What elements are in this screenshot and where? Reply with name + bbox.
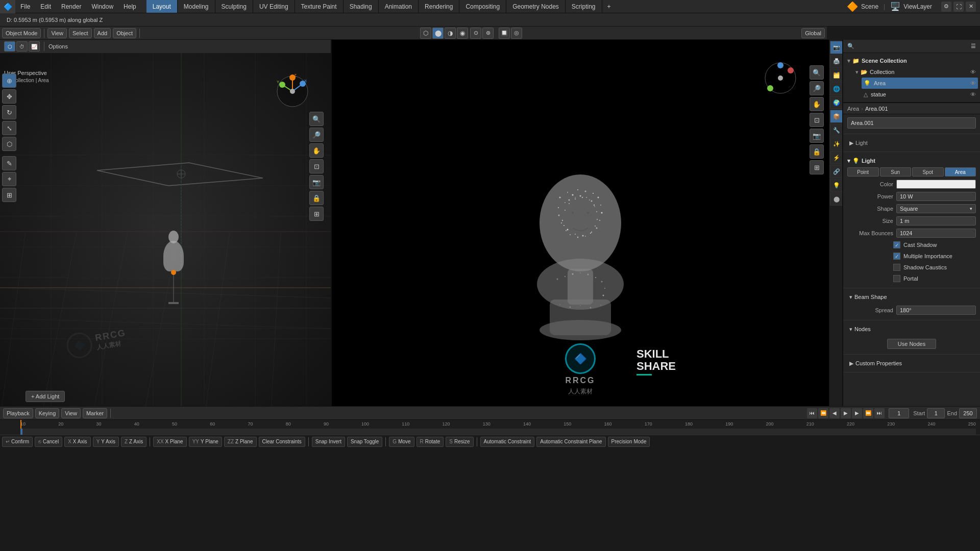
proportional-btn[interactable]: ◎: [511, 28, 522, 39]
play-btn[interactable]: ▶: [841, 408, 851, 418]
tab-compositing[interactable]: Compositing: [459, 0, 506, 13]
prop-tab-material[interactable]: ⬤: [830, 192, 843, 206]
prop-tab-active-render[interactable]: 📷: [830, 41, 843, 54]
rotate-btn[interactable]: R Rotate: [416, 437, 444, 447]
snap-invert-btn[interactable]: Snap Invert: [312, 437, 345, 447]
wireframe-btn[interactable]: ⬡: [420, 28, 431, 39]
area-light-row[interactable]: 💡 Area 👁: [862, 78, 978, 89]
next-frame-btn[interactable]: ▶: [852, 408, 862, 418]
tab-animation[interactable]: Animation: [379, 0, 419, 13]
light-section-header[interactable]: ▾ 💡 Light: [847, 155, 976, 166]
material-btn[interactable]: ◑: [445, 28, 456, 39]
playback-menu[interactable]: Playback: [3, 408, 33, 418]
transform-orientation[interactable]: Global: [801, 28, 825, 38]
frame-btn[interactable]: ⊡: [309, 159, 324, 173]
right-nav-zoom-in[interactable]: 🔍: [810, 65, 824, 80]
mode-selector[interactable]: Object Mode: [2, 28, 41, 38]
overlay-btn[interactable]: ⊙: [470, 28, 481, 39]
spread-value[interactable]: 180°: [896, 306, 976, 315]
editor-settings-btn[interactable]: ⚙: [941, 2, 951, 12]
right-nav-frame[interactable]: ⊡: [810, 113, 824, 127]
portal-checkbox[interactable]: [893, 275, 900, 282]
light-type-spot[interactable]: Spot: [912, 167, 944, 177]
menu-help[interactable]: Help: [118, 0, 141, 13]
light-type-point[interactable]: Point: [847, 167, 879, 177]
y-plane-btn[interactable]: YY Y Plane: [189, 437, 222, 447]
light-type-area[interactable]: Area: [945, 167, 976, 177]
resize-btn[interactable]: S Resize: [446, 437, 473, 447]
timeline-btn[interactable]: ⏱: [16, 41, 28, 52]
object-name-field[interactable]: Area.001: [847, 117, 976, 129]
menu-file[interactable]: File: [15, 0, 35, 13]
breadcrumb-data[interactable]: Area: [847, 106, 859, 112]
tab-uv-editing[interactable]: UV Editing: [253, 0, 295, 13]
render-btn[interactable]: ◉: [457, 28, 468, 39]
preview-toggle[interactable]: ▶ Light: [847, 137, 976, 148]
start-frame-input[interactable]: 1: [927, 408, 945, 418]
prop-tab-particles[interactable]: ✨: [830, 137, 843, 151]
auto-constraint-btn[interactable]: Automatic Constraint: [480, 437, 535, 447]
end-frame-input[interactable]: 250: [959, 408, 977, 418]
cast-shadow-checkbox[interactable]: ✓: [893, 241, 900, 248]
prop-tab-scene[interactable]: 🌐: [830, 82, 843, 95]
collection-row[interactable]: ▾ 📂 Collection 👁: [853, 66, 978, 78]
prop-tab-object[interactable]: 📦: [830, 110, 843, 123]
tab-layout[interactable]: Layout: [146, 0, 178, 13]
collection-visibility[interactable]: 👁: [970, 69, 976, 75]
prop-tab-world[interactable]: 🌍: [830, 96, 843, 109]
blender-logo[interactable]: 🔷: [0, 0, 15, 13]
right-nav-lock[interactable]: 🔒: [810, 144, 824, 159]
add-workspace-btn[interactable]: +: [602, 0, 616, 13]
graph-btn[interactable]: 📈: [29, 41, 40, 52]
view-timeline-menu[interactable]: View: [61, 408, 81, 418]
tool-annotate[interactable]: ✎: [2, 156, 16, 170]
size-value[interactable]: 1 m: [896, 216, 976, 226]
scene-name[interactable]: Scene: [861, 3, 878, 10]
add-menu[interactable]: Add: [94, 28, 111, 38]
tab-scripting[interactable]: Scripting: [566, 0, 602, 13]
select-menu[interactable]: Select: [69, 28, 92, 38]
prev-frame-btn[interactable]: ◀: [829, 408, 840, 418]
right-nav-zoom-out[interactable]: 🔎: [810, 81, 824, 95]
cancel-btn[interactable]: ⎋ Cancel: [35, 437, 62, 447]
lock-btn[interactable]: 🔒: [309, 191, 324, 205]
tool-cursor[interactable]: ⊕: [2, 73, 16, 88]
confirm-btn[interactable]: ↵ Confirm: [2, 437, 33, 447]
tool-measure[interactable]: ⌖: [2, 172, 16, 186]
color-picker[interactable]: [896, 180, 976, 189]
menu-window[interactable]: Window: [86, 0, 118, 13]
tool-add[interactable]: ⊞: [2, 188, 16, 202]
add-light-button[interactable]: + Add Light: [26, 391, 65, 402]
move-btn[interactable]: G Move: [389, 437, 414, 447]
gizmo-btn[interactable]: ⊛: [482, 28, 494, 39]
tool-move[interactable]: ✥: [2, 89, 16, 104]
left-viewport[interactable]: ⬡ ⏱ 📈 Options: [0, 40, 332, 406]
prev-keyframe-btn[interactable]: ⏪: [818, 408, 828, 418]
zoom-in-btn[interactable]: 🔍: [309, 112, 324, 126]
timeline-scrubber[interactable]: 1020304050607080901001101201301401501601…: [0, 419, 980, 435]
fullscreen-btn[interactable]: ⛶: [953, 2, 964, 12]
scene-collection-row[interactable]: ▾ 📁 Scene Collection: [845, 55, 978, 66]
max-bounces-value[interactable]: 1024: [896, 229, 976, 238]
right-nav-grid[interactable]: ⊞: [810, 160, 824, 174]
z-plane-btn[interactable]: ZZ Z Plane: [224, 437, 257, 447]
tab-geometry-nodes[interactable]: Geometry Nodes: [506, 0, 566, 13]
precision-mode-btn[interactable]: Precision Mode: [608, 437, 650, 447]
prop-tab-constraints[interactable]: 🔗: [830, 165, 843, 178]
nodes-toggle[interactable]: ▾ Nodes: [847, 323, 976, 335]
shape-value[interactable]: Square ▾: [896, 204, 976, 213]
prop-tab-view-layer[interactable]: 🗂️: [830, 68, 843, 82]
prop-tab-data[interactable]: 💡: [830, 179, 843, 192]
use-nodes-btn[interactable]: Use Nodes: [887, 339, 936, 349]
custom-props-toggle[interactable]: ▶ Custom Properties: [847, 358, 976, 369]
auto-constraint-plane-btn[interactable]: Automatic Constraint Plane: [536, 437, 605, 447]
clear-constraints-btn[interactable]: Clear Constraints: [259, 437, 305, 447]
tab-shading[interactable]: Shading: [344, 0, 379, 13]
tab-sculpting[interactable]: Sculpting: [215, 0, 253, 13]
menu-edit[interactable]: Edit: [35, 0, 56, 13]
tool-transform[interactable]: ⬡: [2, 137, 16, 151]
right-viewport[interactable]: 🔍 🔎 ✋ ⊡ 📷 🔒 ⊞ SKILL SHARE: [332, 40, 829, 406]
snap-btn[interactable]: 🔲: [499, 28, 510, 39]
camera-btn[interactable]: 📷: [309, 175, 324, 189]
options-btn[interactable]: Options: [48, 43, 68, 49]
